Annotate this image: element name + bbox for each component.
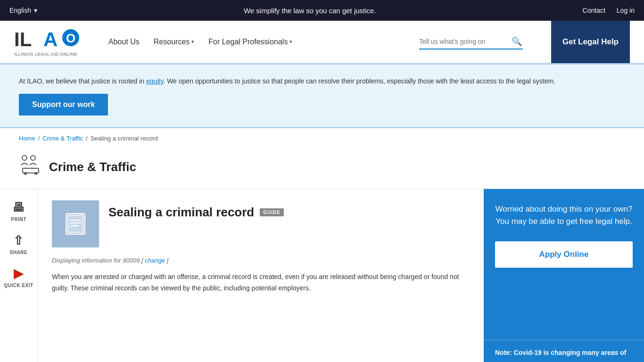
- get-legal-help-button[interactable]: Get Legal Help: [551, 21, 630, 63]
- share-action[interactable]: ⇧ SHARE: [10, 233, 28, 255]
- article-thumbnail: [52, 200, 99, 247]
- zip-info: Displaying information for 90009 [ chang…: [52, 257, 470, 264]
- apply-online-button[interactable]: Apply Online: [495, 241, 633, 268]
- search-button[interactable]: 🔍: [512, 36, 522, 47]
- svg-point-8: [34, 172, 37, 175]
- banner-text: At ILAO, we believe that justice is root…: [19, 76, 625, 86]
- svg-point-7: [24, 172, 27, 175]
- resources-chevron-icon: ▾: [191, 39, 194, 45]
- search-area: 🔍: [419, 34, 523, 49]
- svg-point-4: [22, 156, 27, 160]
- svg-point-5: [31, 156, 35, 160]
- support-work-button[interactable]: Support our work: [19, 94, 108, 115]
- svg-rect-10: [68, 215, 83, 232]
- category-header: Crime & Traffic: [0, 148, 644, 189]
- resources-link[interactable]: Resources ▾: [154, 38, 194, 46]
- about-us-link[interactable]: About Us: [108, 38, 140, 46]
- search-input[interactable]: [419, 38, 509, 45]
- breadcrumb-sep1: /: [38, 135, 40, 142]
- crime-traffic-icon: [19, 153, 42, 181]
- breadcrumb: Home / Crime & Traffic / Sealing a crimi…: [0, 128, 644, 148]
- main-content: 🖶 PRINT ⇧ SHARE ▶ QUICK EXIT: [0, 189, 644, 362]
- top-bar: English ▾ We simplify the law so you can…: [0, 0, 644, 21]
- breadcrumb-home[interactable]: Home: [19, 135, 35, 142]
- right-panel-container: Worried about doing this on your own?You…: [484, 189, 644, 362]
- quick-exit-action[interactable]: ▶ QUICK EXIT: [4, 266, 33, 288]
- share-icon: ⇧: [13, 233, 24, 248]
- article-title-wrap: Sealing a criminal record GUIDE: [108, 200, 284, 220]
- article-header: Sealing a criminal record GUIDE: [52, 200, 470, 247]
- legal-professionals-link[interactable]: For Legal Professionals ▾: [208, 38, 292, 46]
- svg-text:A: A: [43, 28, 58, 50]
- equity-link[interactable]: equity: [146, 77, 163, 85]
- covid-note: Note: Covid-19 is changing many areas of: [484, 340, 644, 362]
- change-zip-link[interactable]: change: [145, 257, 165, 264]
- category-title: Crime & Traffic: [49, 160, 136, 174]
- language-label: English: [9, 7, 31, 14]
- side-actions: 🖶 PRINT ⇧ SHARE ▶ QUICK EXIT: [0, 189, 38, 362]
- breadcrumb-sep2: /: [86, 135, 88, 142]
- article-content: Sealing a criminal record GUIDE Displayi…: [38, 189, 484, 362]
- support-banner: At ILAO, we believe that justice is root…: [0, 63, 644, 128]
- article-body: When you are arrested or charged with an…: [52, 272, 470, 294]
- breadcrumb-crime[interactable]: Crime & Traffic: [42, 135, 83, 142]
- logo[interactable]: IL A O ILLINOIS LEGAL AID ONLINE: [14, 27, 80, 57]
- svg-text:O: O: [66, 31, 75, 45]
- print-icon: 🖶: [12, 200, 25, 215]
- print-action[interactable]: 🖶 PRINT: [11, 200, 26, 222]
- tagline: We simplify the law so you can get justi…: [244, 7, 376, 15]
- breadcrumb-current: Sealing a criminal record: [91, 135, 158, 142]
- language-chevron-icon: ▾: [34, 7, 37, 14]
- worried-text: Worried about doing this on your own?You…: [495, 203, 633, 227]
- legal-prof-chevron-icon: ▾: [289, 39, 292, 45]
- top-nav-links: Contact Log in: [583, 7, 635, 14]
- login-link[interactable]: Log in: [617, 7, 635, 14]
- contact-link[interactable]: Contact: [583, 7, 605, 14]
- article-title: Sealing a criminal record: [108, 205, 254, 220]
- quick-exit-icon: ▶: [14, 266, 24, 281]
- guide-badge: GUIDE: [260, 208, 284, 216]
- right-panel: Worried about doing this on your own?You…: [484, 189, 644, 340]
- nav-links: About Us Resources ▾ For Legal Professio…: [108, 38, 400, 46]
- main-nav: IL A O ILLINOIS LEGAL AID ONLINE About U…: [0, 21, 644, 63]
- svg-text:IL: IL: [14, 28, 32, 50]
- language-selector[interactable]: English ▾: [9, 7, 37, 14]
- logo-subtitle: ILLINOIS LEGAL AID ONLINE: [14, 52, 77, 57]
- logo-svg: IL A O: [14, 27, 80, 51]
